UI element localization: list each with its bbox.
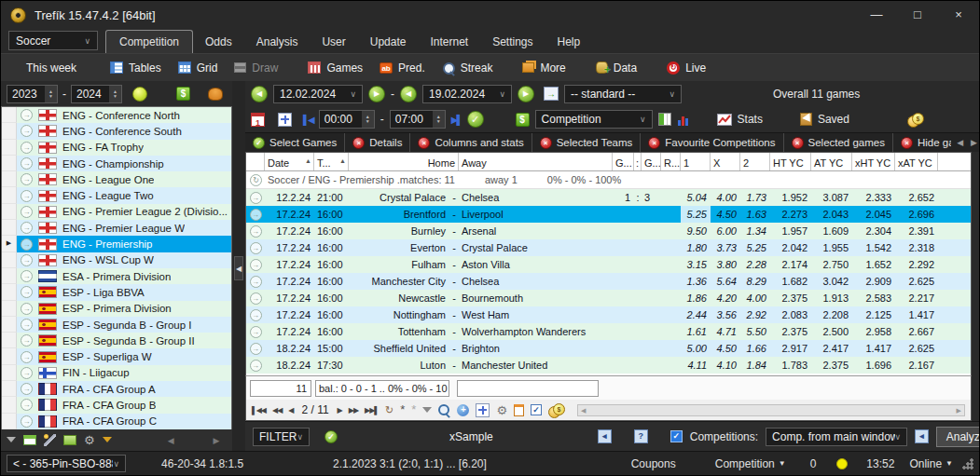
search-icon[interactable] xyxy=(438,404,450,416)
sidebar-item-body[interactable]: →ESP - Superliga W xyxy=(17,348,231,364)
apply-range-icon[interactable]: → xyxy=(544,87,559,101)
sidebar-item-body[interactable]: →ENG - League Two xyxy=(17,187,231,203)
paste-filter-icon[interactable]: ◂ xyxy=(598,429,612,443)
goto-game-icon[interactable]: → xyxy=(250,309,262,321)
close-x-icon[interactable]: × xyxy=(540,137,552,149)
close-x-icon[interactable]: × xyxy=(418,137,430,149)
tables-button[interactable]: Tables xyxy=(102,56,170,80)
tabs-scroll-left-icon[interactable]: ◀ xyxy=(957,138,963,147)
goto-game-icon[interactable]: → xyxy=(250,360,262,372)
competition-source-dropdown[interactable]: Comp. from main window ∨ xyxy=(766,428,907,446)
view-mode-dropdown[interactable]: Competition ∨ xyxy=(535,110,653,129)
sidebar-item-eng-championship[interactable]: →ENG - Championship xyxy=(2,156,231,171)
panel-splitter[interactable]: ◀ xyxy=(232,81,245,451)
spinner-arrows-icon[interactable]: ▲▼ xyxy=(362,111,374,128)
sidebar-item-body[interactable]: →ESP - Liga BBVA xyxy=(17,284,231,300)
sidebar-item-eng-league-one[interactable]: →ENG - League One xyxy=(2,171,231,187)
balance-field[interactable]: bal.: 0 - 0 - 1 .. 0% - 0% - 10 xyxy=(315,380,449,397)
goto-game-icon[interactable]: → xyxy=(250,225,262,238)
goto-arrow-icon[interactable]: → xyxy=(21,415,33,428)
column-header-away[interactable]: Away xyxy=(459,153,613,170)
clipboard-icon[interactable] xyxy=(514,404,524,416)
goto-game-icon[interactable]: → xyxy=(250,192,262,204)
ball-icon[interactable] xyxy=(132,87,147,102)
window-view-icon[interactable] xyxy=(23,435,36,445)
sidebar-item-esp-liga-bbva[interactable]: →ESP - Liga BBVA xyxy=(2,284,231,300)
filter-saved-icon[interactable] xyxy=(103,437,112,447)
menu-item-odds[interactable]: Odds xyxy=(193,31,244,53)
streak-button[interactable]: Streak xyxy=(434,56,502,80)
sidebar-item-body[interactable]: →ENG - Premier League W xyxy=(17,220,231,236)
nav-fast-prev-icon[interactable]: ◀◀ xyxy=(272,406,282,415)
goto-arrow-icon[interactable]: → xyxy=(21,286,33,298)
goto-game-icon[interactable]: → xyxy=(250,276,262,288)
date-to-next-button[interactable]: ▶ xyxy=(518,86,534,102)
goto-game-icon[interactable]: → xyxy=(250,209,262,221)
refresh-icon[interactable]: ↻ xyxy=(385,404,393,416)
game-row-tottenham[interactable]: →17.2.2416:00Tottenham-Wolverhampton Wan… xyxy=(246,323,971,340)
column-header-ht-yc[interactable]: HT YC xyxy=(770,153,811,170)
new-record-icon[interactable]: * xyxy=(400,405,405,415)
sport-dropdown[interactable]: Soccer ∨ xyxy=(8,31,98,50)
nav-next-icon[interactable]: ▶ xyxy=(338,406,342,415)
coupons-button[interactable]: Coupons xyxy=(631,457,676,470)
preset-dropdown[interactable]: -- standard -- ∨ xyxy=(564,85,682,103)
column-header-date[interactable]: Date▲ xyxy=(265,153,314,170)
tab-selected-games[interactable]: ×Selected games xyxy=(784,133,893,152)
nav-fast-next-icon[interactable]: ▶▶ xyxy=(349,406,358,415)
menu-item-settings[interactable]: Settings xyxy=(480,31,545,53)
grid-button[interactable]: Grid xyxy=(170,56,227,80)
goto-arrow-icon[interactable]: → xyxy=(21,254,33,266)
wizard-wand-icon[interactable] xyxy=(44,434,56,446)
goto-arrow-icon[interactable]: → xyxy=(21,334,33,347)
column-header-g[interactable]: G... xyxy=(613,153,634,170)
competitions-checkbox[interactable]: ✓ xyxy=(670,430,683,442)
column-header-xat-yc[interactable]: xAT YC xyxy=(895,153,938,170)
game-row-crystal-palace[interactable]: →12.2.2421:00Crystal Palace-Chelsea1:35.… xyxy=(246,189,971,206)
goto-arrow-icon[interactable]: → xyxy=(21,222,33,234)
sidebar-item-body[interactable]: →ESP - Segunda B - Group II xyxy=(17,333,231,348)
menu-item-analysis[interactable]: Analysis xyxy=(244,31,311,53)
column-header-[interactable]: : xyxy=(634,153,642,170)
zoom-add-icon[interactable]: + xyxy=(457,404,469,416)
nav-last-icon[interactable]: ▶▶▌ xyxy=(365,406,379,415)
close-x-icon[interactable]: × xyxy=(352,137,365,149)
data-button[interactable]: Data xyxy=(587,56,645,80)
stats-button[interactable]: Stats xyxy=(738,113,763,126)
goto-game-icon[interactable]: → xyxy=(250,242,262,254)
menu-item-update[interactable]: Update xyxy=(358,31,419,53)
pred-button[interactable]: abPred. xyxy=(371,56,434,80)
period-button[interactable]: This week xyxy=(1,61,102,75)
goto-arrow-icon[interactable]: → xyxy=(21,238,33,251)
goto-game-icon[interactable]: → xyxy=(250,326,262,338)
bet-coins-icon[interactable] xyxy=(548,403,565,417)
sidebar-item-fra-cfa-group-a[interactable]: →FRA - CFA Group A xyxy=(2,381,231,397)
game-row-burnley[interactable]: →17.2.2416:00Burnley-Arsenal9.506.001.34… xyxy=(246,223,971,239)
help-icon[interactable]: ? xyxy=(634,429,648,443)
bookmaker-dropdown[interactable]: < - 365-Pin-SBO-888 ∨ xyxy=(7,455,126,472)
sidebar-item-body[interactable]: →FRA - CFA Group A xyxy=(17,381,231,397)
game-row-brentford[interactable]: →17.2.2416:00Brentford-Liverpool5.254.50… xyxy=(246,206,971,223)
columns-icon[interactable] xyxy=(658,113,671,126)
close-x-icon[interactable]: × xyxy=(792,137,804,149)
analyze-button[interactable]: Analyze xyxy=(936,427,980,447)
match-count-field[interactable]: 11 xyxy=(250,380,311,397)
spinner-arrows-icon[interactable]: ▲▼ xyxy=(109,86,121,102)
spinner-arrows-icon[interactable]: ▲▼ xyxy=(45,86,57,102)
sidebar-item-eng-conference-south[interactable]: →ENG - Conference South xyxy=(2,123,231,139)
sidebar-item-body[interactable]: →ESP - Segunda B - Group I xyxy=(17,317,231,333)
sidebar-item-body[interactable]: →ENG - Conference North xyxy=(17,107,231,123)
goto-game-icon[interactable]: → xyxy=(250,343,262,355)
note-field[interactable] xyxy=(457,380,599,397)
menu-item-competition[interactable]: Competition xyxy=(105,30,193,53)
column-header-1[interactable]: 1 xyxy=(681,153,711,170)
sidebar-item-body[interactable]: →ENG - WSL Cup W xyxy=(17,252,231,268)
panel-icon[interactable] xyxy=(63,435,76,445)
sidebar-item-eng-conference-north[interactable]: →ENG - Conference North xyxy=(2,107,231,123)
date-from-next-button[interactable]: ▶ xyxy=(368,86,385,102)
date-from-dropdown[interactable]: 12.02.2024 ∨ xyxy=(273,85,363,103)
game-row-sheffield-united[interactable]: →18.2.2415:00Sheffield United-Brighton5.… xyxy=(246,340,971,357)
group-collapse-icon[interactable]: ↻ xyxy=(250,174,262,186)
goto-arrow-icon[interactable]: → xyxy=(21,399,33,411)
sidebar-item-esp-primera-division[interactable]: →ESP - Primera Division xyxy=(2,301,231,317)
